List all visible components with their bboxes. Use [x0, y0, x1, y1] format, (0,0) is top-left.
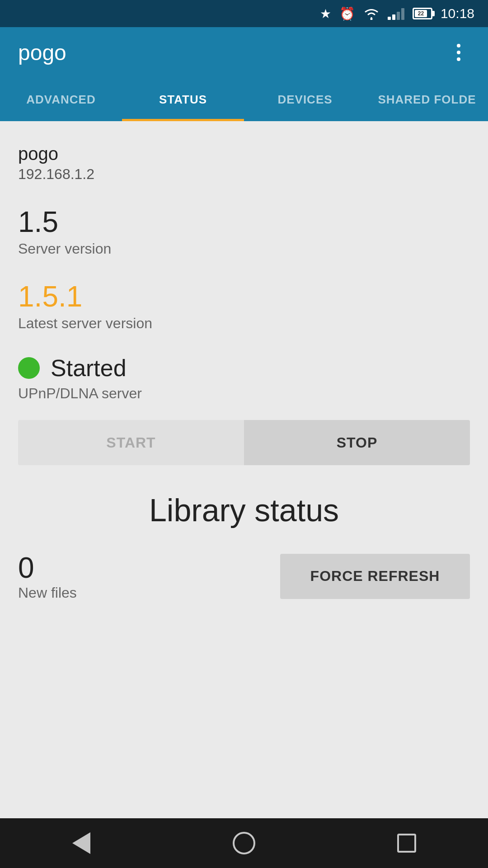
battery-icon: 22	[413, 8, 432, 19]
tab-devices[interactable]: DEVICES	[244, 78, 366, 121]
svg-point-0	[370, 18, 372, 20]
server-version-label: Server version	[18, 241, 470, 257]
recents-icon	[397, 834, 416, 853]
stop-button[interactable]: STOP	[244, 420, 470, 465]
nav-recents-button[interactable]	[392, 829, 421, 858]
tab-status[interactable]: STATUS	[122, 78, 244, 121]
server-status-row: Started	[18, 354, 470, 382]
home-icon	[233, 832, 255, 854]
alarm-icon: ⏰	[339, 6, 355, 21]
star-icon: ★	[320, 6, 331, 21]
status-time: 10:18	[441, 6, 474, 21]
tab-shared-folders[interactable]: SHARED FOLDE	[366, 78, 488, 121]
server-type-label: UPnP/DLNA server	[18, 385, 470, 402]
device-ip: 192.168.1.2	[18, 166, 470, 183]
back-icon	[72, 832, 90, 854]
overflow-dot-3	[457, 57, 460, 61]
app-title: pogo	[18, 40, 66, 65]
new-files-row: 0 New files FORCE REFRESH	[18, 551, 470, 601]
tab-advanced[interactable]: ADVANCED	[0, 78, 122, 121]
server-status-text: Started	[51, 354, 127, 382]
nav-home-button[interactable]	[230, 829, 258, 858]
new-files-info: 0 New files	[18, 551, 77, 601]
device-name: pogo	[18, 144, 470, 164]
battery-level: 22	[415, 10, 427, 17]
latest-version-label: Latest server version	[18, 315, 470, 332]
overflow-dot-2	[457, 51, 460, 54]
force-refresh-button[interactable]: FORCE REFRESH	[280, 554, 470, 599]
status-bar: ★ ⏰ 22 10:18	[0, 0, 488, 27]
start-button[interactable]: START	[18, 420, 244, 465]
latest-version-value: 1.5.1	[18, 280, 470, 313]
new-files-label: New files	[18, 585, 77, 601]
status-icons: ★ ⏰ 22 10:18	[320, 6, 474, 21]
tab-bar: ADVANCED STATUS DEVICES SHARED FOLDE	[0, 78, 488, 121]
server-action-buttons: START STOP	[18, 420, 470, 465]
status-indicator-dot	[18, 357, 40, 379]
library-status-title: Library status	[18, 492, 470, 528]
signal-icon	[388, 7, 404, 20]
app-bar: pogo	[0, 27, 488, 78]
new-files-count: 0	[18, 551, 77, 585]
main-content: pogo 192.168.1.2 1.5 Server version 1.5.…	[0, 121, 488, 818]
nav-back-button[interactable]	[67, 829, 96, 858]
overflow-dot-1	[457, 44, 460, 47]
wifi-icon	[363, 7, 380, 20]
server-version-value: 1.5	[18, 205, 470, 239]
bottom-nav	[0, 818, 488, 868]
overflow-menu-button[interactable]	[447, 44, 470, 61]
